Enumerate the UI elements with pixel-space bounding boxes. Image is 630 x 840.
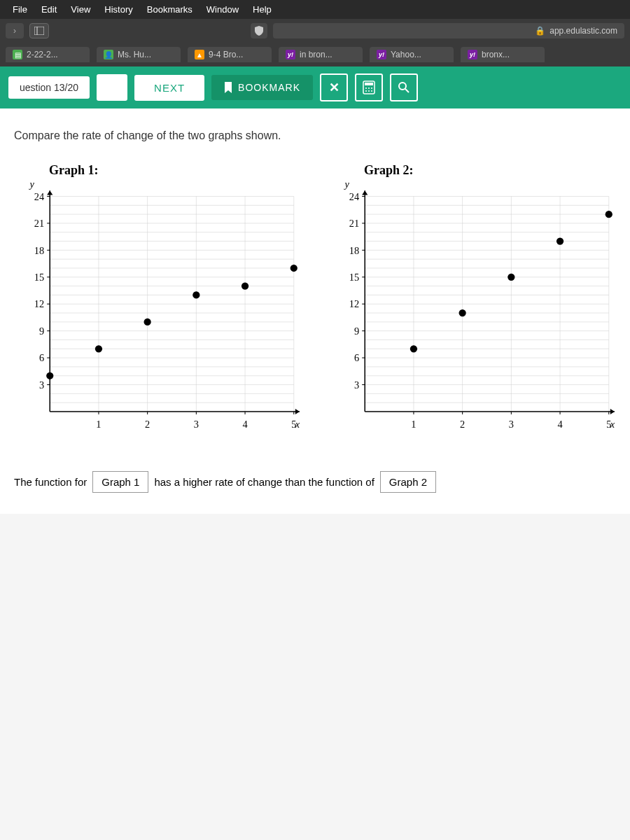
graph-2: 369121518212412345yx xyxy=(329,182,616,440)
question-counter[interactable]: uestion 13/20 xyxy=(8,76,90,99)
svg-point-138 xyxy=(507,274,514,281)
svg-point-8 xyxy=(368,90,370,92)
svg-line-11 xyxy=(405,89,409,92)
graphs-container: Graph 1: 369121518212412345yx Graph 2: 3… xyxy=(14,163,616,443)
svg-text:12: 12 xyxy=(349,298,359,309)
tab-1[interactable]: ▤ 2-22-2... xyxy=(6,47,90,62)
close-icon: ✕ xyxy=(329,80,340,95)
answer-select-1[interactable]: Graph 1 xyxy=(92,471,148,493)
sidebar-toggle-button[interactable] xyxy=(29,23,49,38)
graph-1-block: Graph 1: 369121518212412345yx xyxy=(14,163,301,443)
svg-text:3: 3 xyxy=(39,379,44,391)
svg-text:4: 4 xyxy=(242,419,247,430)
answer-prefix: The function for xyxy=(14,476,87,488)
svg-text:24: 24 xyxy=(349,191,359,202)
privacy-shield-button[interactable] xyxy=(251,23,267,38)
tab-icon: 👤 xyxy=(104,50,113,59)
tab-icon: ▲ xyxy=(195,50,204,59)
magnifier-icon xyxy=(398,81,410,94)
tab-5[interactable]: y! Yahoo... xyxy=(370,47,454,62)
tab-label: 9-4 Bro... xyxy=(209,50,243,59)
graph-1-title: Graph 1: xyxy=(14,163,301,178)
svg-point-5 xyxy=(368,88,370,89)
menu-window[interactable]: Window xyxy=(200,3,246,16)
answer-middle: has a higher rate of change than the fun… xyxy=(154,476,374,488)
svg-rect-0 xyxy=(34,27,44,35)
svg-point-4 xyxy=(365,88,367,89)
bookmark-button[interactable]: BOOKMARK xyxy=(211,75,313,100)
svg-text:24: 24 xyxy=(34,191,44,202)
tab-label: Ms. Hu... xyxy=(118,50,151,59)
svg-point-137 xyxy=(459,309,466,316)
menu-edit[interactable]: Edit xyxy=(34,3,64,16)
menu-history[interactable]: History xyxy=(97,3,139,16)
svg-text:12: 12 xyxy=(34,298,44,309)
svg-text:3: 3 xyxy=(354,379,359,391)
tab-3[interactable]: ▲ 9-4 Bro... xyxy=(188,47,272,62)
close-tool-button[interactable]: ✕ xyxy=(320,74,348,102)
svg-text:21: 21 xyxy=(34,218,44,229)
browser-nav-bar: › 🔒 app.edulastic.com xyxy=(0,19,630,43)
svg-text:2: 2 xyxy=(460,419,465,430)
svg-text:x: x xyxy=(610,419,615,430)
tab-6[interactable]: y! bronx... xyxy=(461,47,545,62)
svg-point-140 xyxy=(606,211,612,218)
app-toolbar: uestion 13/20 NEXT BOOKMARK ✕ xyxy=(0,66,630,108)
tab-icon: ▤ xyxy=(13,50,22,59)
toolbar-placeholder xyxy=(97,74,127,101)
tab-label: 2-22-2... xyxy=(27,50,58,59)
lock-icon: 🔒 xyxy=(535,26,545,36)
svg-point-7 xyxy=(365,90,367,92)
svg-text:4: 4 xyxy=(557,419,562,430)
graph-2-block: Graph 2: 369121518212412345yx xyxy=(329,163,616,443)
url-bar[interactable]: 🔒 app.edulastic.com xyxy=(273,23,624,38)
svg-text:2: 2 xyxy=(145,419,150,430)
svg-text:9: 9 xyxy=(354,326,359,337)
answer-sentence: The function for Graph 1 has a higher ra… xyxy=(14,471,616,493)
graph-1: 369121518212412345yx xyxy=(14,182,301,440)
svg-text:21: 21 xyxy=(349,218,359,229)
svg-point-74 xyxy=(192,291,200,298)
graph-2-title: Graph 2: xyxy=(329,163,616,178)
svg-text:6: 6 xyxy=(354,352,359,363)
svg-point-75 xyxy=(241,283,248,290)
svg-text:3: 3 xyxy=(509,419,514,430)
svg-point-71 xyxy=(46,372,53,379)
tab-2[interactable]: 👤 Ms. Hu... xyxy=(97,47,181,62)
question-prompt: Compare the rate of change of the two gr… xyxy=(14,130,616,142)
svg-text:1: 1 xyxy=(411,419,416,430)
url-text: app.edulastic.com xyxy=(550,26,617,36)
tab-4[interactable]: y! in bron... xyxy=(279,47,363,62)
menu-view[interactable]: View xyxy=(64,3,97,16)
svg-point-9 xyxy=(371,90,372,92)
svg-text:15: 15 xyxy=(349,272,359,283)
svg-text:18: 18 xyxy=(349,245,359,256)
browser-tabs-bar: ▤ 2-22-2... 👤 Ms. Hu... ▲ 9-4 Bro... y! … xyxy=(0,43,630,66)
bookmark-label: BOOKMARK xyxy=(238,82,300,93)
svg-text:3: 3 xyxy=(194,419,199,430)
question-content: Compare the rate of change of the two gr… xyxy=(0,108,630,514)
svg-rect-3 xyxy=(365,83,373,85)
tab-label: bronx... xyxy=(482,50,510,59)
svg-text:y: y xyxy=(29,182,35,190)
svg-text:x: x xyxy=(295,419,300,430)
svg-point-76 xyxy=(290,265,298,272)
svg-text:9: 9 xyxy=(39,326,44,337)
next-button[interactable]: NEXT xyxy=(134,75,204,101)
tab-icon: y! xyxy=(468,50,477,59)
svg-point-73 xyxy=(144,318,151,326)
menu-file[interactable]: File xyxy=(6,3,34,16)
svg-point-6 xyxy=(371,88,372,89)
shield-icon xyxy=(255,26,263,36)
forward-button[interactable]: › xyxy=(6,23,24,38)
tab-icon: y! xyxy=(286,50,295,59)
search-tool-button[interactable] xyxy=(390,74,418,102)
svg-point-72 xyxy=(95,345,102,352)
menu-help[interactable]: Help xyxy=(246,3,279,16)
svg-text:1: 1 xyxy=(96,419,101,430)
sidebar-icon xyxy=(34,27,44,35)
answer-select-2[interactable]: Graph 2 xyxy=(380,471,436,493)
calculator-button[interactable] xyxy=(355,74,383,102)
menu-bookmarks[interactable]: Bookmarks xyxy=(140,3,200,16)
svg-point-139 xyxy=(556,237,564,244)
